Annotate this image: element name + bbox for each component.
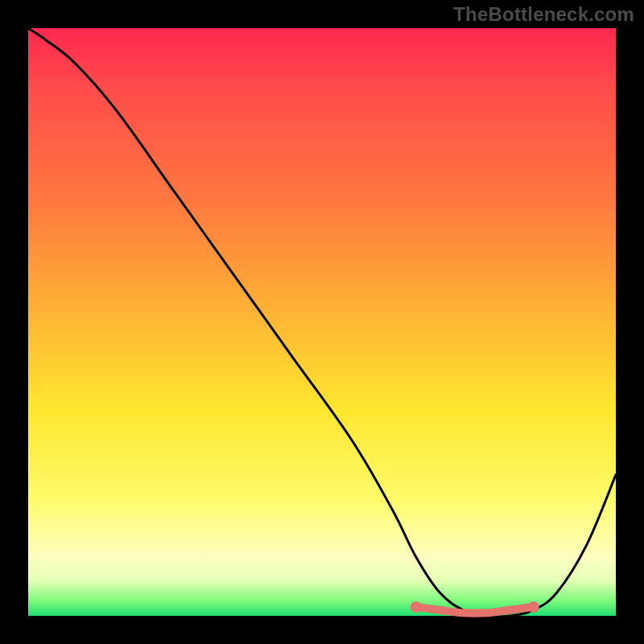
- bottleneck-curve-path: [28, 28, 616, 617]
- plot-area: [28, 28, 616, 616]
- chart-container: TheBottleneck.com: [0, 0, 644, 644]
- highlight-endpoint-dot: [528, 601, 539, 613]
- optimal-range-highlight-path: [416, 607, 534, 613]
- watermark-text: TheBottleneck.com: [453, 3, 634, 26]
- chart-svg: [28, 28, 616, 616]
- highlight-endpoint-dot: [411, 601, 422, 613]
